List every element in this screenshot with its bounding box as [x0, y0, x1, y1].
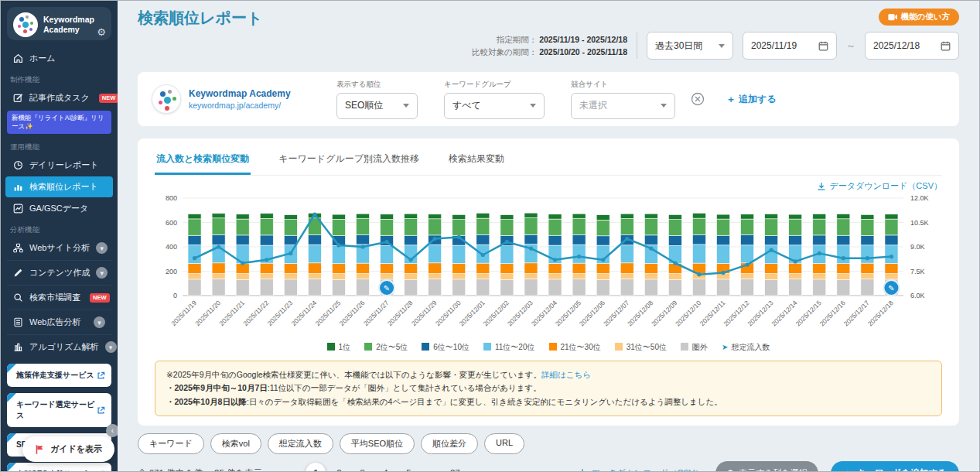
sidebar-item-article-task[interactable]: 記事作成タスク NEW — [5, 87, 113, 108]
settings-gear-icon[interactable]: ⚙ — [97, 26, 106, 38]
download-icon — [817, 182, 826, 191]
date-to-input[interactable]: 2025/12/18 — [865, 32, 959, 60]
chip-search-vol[interactable]: 検索vol — [210, 433, 261, 454]
compare-value: 2025/10/20 - 2025/11/18 — [539, 47, 627, 56]
page-button-2[interactable]: 2 — [329, 463, 349, 471]
show-guide-button[interactable]: ガイドを表示 — [22, 436, 114, 462]
page-button-27[interactable]: 27 — [445, 463, 465, 471]
sidebar-item-web-analysis[interactable]: Webサイト分析 ▾ — [5, 238, 113, 258]
chevron-down-icon — [403, 104, 409, 108]
site-filter-card: Keywordmap Academy keywordmap.jp/academy… — [138, 72, 959, 126]
tab-serp-change[interactable]: 検索結果変動 — [447, 146, 506, 175]
rank-stacked-chart[interactable]: 06.0K2007.5K4009.0K60010.5K80012.0K2025/… — [155, 192, 942, 344]
svg-text:0: 0 — [173, 292, 177, 299]
add-competitor-link[interactable]: ＋ 追加する — [726, 93, 777, 106]
legend-item-line[interactable]: ➤想定流入数 — [722, 342, 770, 353]
tab-group-traffic[interactable]: キーワードグループ別流入数推移 — [277, 146, 421, 175]
page-button-1[interactable]: 1 — [306, 463, 326, 471]
page-button-4[interactable]: 4 — [375, 463, 395, 471]
chip-keyword[interactable]: キーワード — [138, 433, 204, 454]
svg-text:6.0K: 6.0K — [910, 292, 925, 299]
sidebar-item-rank-report[interactable]: 検索順位レポート — [5, 176, 113, 197]
brand-name: Keywordmap Academy — [43, 15, 105, 35]
sidebar-section-analysis: 分析機能 — [1, 220, 118, 237]
sidebar-item-market-research[interactable]: 検索市場調査 NEW ▾ — [5, 287, 113, 308]
sidebar-item-content-create[interactable]: コンテンツ作成 ▾ — [5, 262, 113, 283]
chip-url[interactable]: URL — [484, 433, 524, 454]
chevron-down-icon — [530, 104, 536, 108]
service-button-keyword-selection[interactable]: キーワード選定サービス — [7, 393, 111, 427]
legend-item[interactable]: 31位〜50位 — [615, 342, 667, 353]
site-url-link[interactable]: keywordmap.jp/academy/ — [189, 101, 291, 110]
date-controls: 指定期間： 2025/11/19 - 2025/12/18 比較対象の期間： 2… — [138, 32, 959, 60]
legend-item[interactable]: 1位 — [327, 342, 351, 353]
details-link[interactable]: 詳細はこちら — [541, 370, 591, 379]
svg-text:7.5K: 7.5K — [910, 268, 925, 275]
svg-text:✎: ✎ — [888, 284, 894, 292]
sidebar-item-daily-report[interactable]: デイリーレポート — [5, 155, 113, 176]
select-columns-button[interactable]: ⚙ 表示する列を選択 — [715, 461, 818, 471]
keyword-group-select[interactable]: すべて — [444, 93, 545, 119]
svg-text:12.0K: 12.0K — [910, 194, 929, 202]
tab-traffic-rank[interactable]: 流入数と検索順位変動 — [155, 146, 251, 175]
chevron-down-icon[interactable]: ▾ — [94, 316, 105, 328]
service-button-support[interactable]: 施策伴走支援サービス — [7, 364, 111, 387]
page-button-3[interactable]: 3 — [352, 463, 372, 471]
range-preset-select[interactable]: 過去30日間 — [647, 32, 733, 60]
svg-text:200: 200 — [166, 268, 177, 275]
sidebar-item-home[interactable]: ホーム — [5, 48, 113, 69]
plus-icon: ＋ — [726, 93, 736, 106]
app-window: Keywordmap Academy ⚙ ホーム 制作機能 記事作成タスク NE… — [0, 0, 980, 472]
chip-est-traffic[interactable]: 想定流入数 — [268, 433, 333, 454]
chevron-down-icon[interactable]: ▾ — [105, 341, 117, 353]
external-link-icon — [97, 470, 105, 471]
legend-item[interactable]: 21位〜30位 — [549, 342, 601, 353]
competitor-select[interactable]: 未選択 — [571, 93, 675, 119]
result-summary: 全 671 件中 1 件 ～25 件を表示 — [138, 467, 262, 471]
chevron-down-icon[interactable]: ▾ — [96, 267, 108, 279]
release-notice-banner[interactable]: 新機能『リライトAI診断』リリース✨ — [7, 111, 111, 134]
table-csv-download-link[interactable]: データダウンロード（CSV） — [578, 467, 703, 471]
page-button-5[interactable]: 5 — [398, 463, 418, 471]
collapse-chevron-icon[interactable]: ‹ — [106, 424, 118, 437]
columns-chart-icon — [13, 342, 23, 352]
list-toolbar: 全 671 件中 1 件 ～25 件を表示 ‹ 1 2 3 4 5 ... 27… — [138, 461, 959, 471]
date-from-input[interactable]: 2025/11/19 — [743, 32, 837, 60]
svg-text:2025/12/18: 2025/12/18 — [866, 299, 895, 327]
rank-select[interactable]: SEO順位 — [336, 93, 418, 119]
svg-text:400: 400 — [166, 243, 177, 251]
legend-item[interactable]: 圏外 — [681, 342, 708, 353]
chart-csv-download-link[interactable]: データダウンロード（CSV） — [817, 180, 942, 192]
calendar-icon — [941, 41, 951, 51]
chip-avg-seo-rank[interactable]: 平均SEO順位 — [340, 433, 415, 454]
chip-rank-diff[interactable]: 順位差分 — [421, 433, 478, 454]
tilde-separator: ～ — [846, 39, 855, 53]
sidebar-item-algorithm[interactable]: アルゴリズム解析 ▾ — [5, 337, 113, 357]
pencil-icon — [13, 268, 23, 278]
next-page-button[interactable]: › — [468, 463, 488, 471]
notice-box: ※2025年9月中旬のGoogle検索仕様変更に伴い、本機能では以下のような影響… — [155, 361, 942, 416]
service-button-internal-seo[interactable]: 内部SEO改善サービス — [7, 463, 111, 471]
prev-page-button[interactable]: ‹ — [282, 463, 302, 471]
clear-competitor-icon[interactable] — [691, 92, 705, 106]
legend-item[interactable]: 11位〜20位 — [483, 342, 535, 353]
legend-item[interactable]: 6位〜10位 — [422, 342, 470, 353]
compose-icon — [13, 93, 23, 103]
keywordmap-logo — [13, 12, 38, 37]
sidebar: Keywordmap Academy ⚙ ホーム 制作機能 記事作成タスク NE… — [1, 1, 118, 471]
svg-text:✎: ✎ — [384, 284, 390, 292]
svg-text:2025/12/10: 2025/12/10 — [674, 299, 702, 327]
flag-icon — [35, 444, 45, 455]
howto-badge[interactable]: 機能の使い方 — [879, 9, 960, 26]
add-keyword-button[interactable]: ＋ キーワードを追加する — [831, 461, 959, 471]
period-info: 指定期間： 2025/11/19 - 2025/12/18 比較対象の期間： 2… — [472, 33, 627, 59]
chevron-down-icon[interactable]: ▾ — [96, 242, 108, 254]
legend-item[interactable]: 2位〜5位 — [364, 342, 408, 353]
sidebar-item-ga-gsc[interactable]: GA/GSCデータ — [5, 198, 113, 219]
brand-card[interactable]: Keywordmap Academy ⚙ — [7, 7, 111, 40]
home-icon — [13, 53, 23, 63]
rank-select-label: 表示する順位 — [336, 80, 418, 90]
sidebar-item-ad-analysis[interactable]: Web広告分析 ▾ — [5, 312, 113, 333]
plus-icon: ＋ — [843, 467, 852, 471]
external-link-icon — [97, 406, 105, 415]
